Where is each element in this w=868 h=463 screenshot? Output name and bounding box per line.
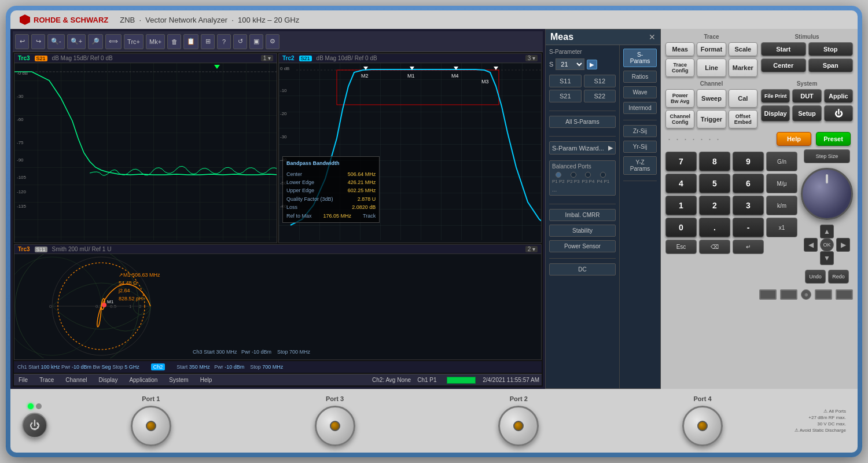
start-hw-btn[interactable]: Start [761, 42, 806, 56]
power-icon-btn[interactable]: ⏻ [824, 105, 853, 122]
zoom-in-btn[interactable]: 🔍+ [67, 34, 86, 49]
key-3[interactable]: 3 [733, 196, 764, 215]
redo-hw-btn[interactable]: Redo [828, 270, 849, 284]
trigger-btn[interactable]: Trigger [697, 110, 726, 128]
s21-btn[interactable]: S21 [549, 90, 582, 102]
windows-btn[interactable]: ⊞ [201, 34, 215, 49]
marker-add-btn[interactable]: Mk+ [146, 34, 165, 49]
nav-ok-btn[interactable]: OK [820, 238, 834, 252]
key-4[interactable]: 4 [665, 174, 697, 193]
display-btn[interactable]: ▣ [249, 34, 263, 49]
menu-file[interactable]: File [16, 377, 30, 383]
usb-port-3[interactable] [815, 289, 832, 300]
dut-btn[interactable]: DUT [792, 89, 821, 103]
nav-up-btn[interactable]: ▲ [820, 225, 834, 238]
esc-btn[interactable]: Esc [665, 240, 697, 254]
nav-down-btn[interactable]: ▼ [820, 251, 834, 265]
menu-application[interactable]: Application [127, 377, 160, 383]
undo-hw-btn[interactable]: Undo [805, 270, 826, 284]
key-2[interactable]: 2 [699, 196, 730, 215]
key-6[interactable]: 6 [733, 174, 764, 193]
stop-hw-btn[interactable]: Stop [808, 42, 854, 56]
trace2-channel[interactable]: 3 ▾ [525, 55, 538, 61]
key-x1[interactable]: x1 [766, 218, 797, 237]
span-hw-btn[interactable]: Span [808, 58, 854, 72]
power-bw-avg-btn[interactable]: Power Bw Avg [665, 89, 694, 108]
settings-btn[interactable]: ⚙ [266, 34, 279, 49]
enter-btn[interactable]: ↵ [733, 240, 764, 254]
key-minus[interactable]: - [733, 218, 764, 237]
sparams-right-btn[interactable]: S-Params [623, 49, 657, 67]
menu-help[interactable]: Help [198, 377, 215, 383]
zoom-btn[interactable]: 🔎 [88, 34, 103, 49]
cal-btn[interactable]: Cal [729, 89, 757, 108]
display-sys-btn[interactable]: Display [761, 105, 790, 122]
file-print-btn[interactable]: File Print [761, 89, 790, 103]
marker-hw-btn[interactable]: Marker [729, 58, 757, 77]
key-7[interactable]: 7 [665, 152, 697, 171]
intermod-right-btn[interactable]: Intermod [623, 102, 657, 114]
dc-btn[interactable]: DC [549, 263, 616, 275]
offset-embed-btn[interactable]: Offset Embed [729, 110, 757, 128]
preset-hw-btn[interactable]: Preset [816, 132, 851, 146]
nav-left-btn[interactable]: ◀ [804, 238, 818, 252]
trace1-channel[interactable]: 1 ▾ [261, 55, 273, 61]
key-9[interactable]: 9 [733, 152, 764, 171]
key-dot[interactable]: . [699, 218, 730, 237]
nav-right-btn[interactable]: ▶ [836, 238, 850, 252]
key-1[interactable]: 1 [665, 196, 697, 215]
menu-trace[interactable]: Trace [37, 377, 56, 383]
scale-hw-btn[interactable]: Scale [729, 42, 757, 56]
s-param-apply-btn[interactable]: ▶ [587, 60, 597, 69]
key-mu[interactable]: M/μ [766, 174, 797, 193]
sweep-btn[interactable]: Sweep [697, 89, 726, 108]
s22-btn[interactable]: S22 [584, 90, 616, 102]
trace-add-btn[interactable]: Trc+ [124, 34, 144, 49]
rotary-knob[interactable] [801, 168, 853, 220]
key-8[interactable]: 8 [699, 152, 730, 171]
undo-btn[interactable]: ↩ [15, 34, 29, 49]
s11-btn[interactable]: S11 [549, 75, 582, 87]
step-size-btn[interactable]: Step Size [804, 149, 850, 163]
zoom-out-btn[interactable]: 🔍- [47, 34, 65, 49]
key-km[interactable]: k/m [766, 196, 797, 215]
wave-right-btn[interactable]: Wave [623, 86, 657, 98]
center-hw-btn[interactable]: Center [761, 58, 806, 72]
trace-config-hw-btn[interactable]: Trace Config [665, 58, 694, 77]
meas-close-btn[interactable]: ✕ [649, 32, 656, 42]
fit-btn[interactable]: ⟺ [105, 34, 122, 49]
format-hw-btn[interactable]: Format [697, 42, 726, 56]
key-gn[interactable]: G/n [766, 152, 797, 171]
help-btn[interactable]: ? [217, 34, 231, 49]
sparam-wizard-btn[interactable]: S-Param Wizard... ▶ [549, 141, 616, 155]
menu-display[interactable]: Display [97, 377, 120, 383]
trace3-channel[interactable]: 2 ▾ [525, 246, 538, 252]
s-param-dropdown[interactable]: 21 11 12 22 [556, 58, 584, 70]
delete-btn[interactable]: 🗑 [167, 34, 181, 49]
power-sensor-btn[interactable]: Power Sensor [549, 240, 616, 252]
usb-port-1[interactable] [759, 289, 777, 300]
key-0[interactable]: 0 [665, 218, 697, 237]
setup-btn[interactable]: Setup [792, 105, 821, 122]
menu-system[interactable]: System [167, 377, 190, 383]
key-5[interactable]: 5 [699, 174, 730, 193]
bal-radio-p1p2[interactable] [556, 172, 561, 178]
yz-params-right-btn[interactable]: Y-Z Params [623, 156, 657, 175]
s12-btn[interactable]: S12 [584, 75, 616, 87]
power-button[interactable]: ⏻ [22, 413, 47, 438]
applic-btn[interactable]: Applic [824, 89, 853, 103]
channel-config-btn[interactable]: Channel Config [665, 110, 694, 128]
refresh-btn[interactable]: ↺ [233, 34, 247, 49]
imbal-cmrr-btn[interactable]: Imbal. CMRR [549, 209, 616, 221]
ratios-right-btn[interactable]: Ratios [623, 71, 657, 83]
bal-radio-p2p3[interactable] [571, 172, 576, 178]
copy-btn[interactable]: 📋 [183, 34, 198, 49]
help-hw-btn[interactable]: Help [777, 132, 811, 146]
meas-hw-btn[interactable]: Meas [665, 42, 694, 56]
zr-sij-right-btn[interactable]: Zr-Sij [623, 125, 657, 137]
usb-port-4[interactable] [836, 289, 853, 300]
usb-port-2[interactable] [780, 289, 797, 300]
bal-radio-p4p1[interactable] [600, 172, 606, 178]
menu-channel[interactable]: Channel [63, 377, 89, 383]
bal-radio-p3p4[interactable] [585, 172, 591, 178]
